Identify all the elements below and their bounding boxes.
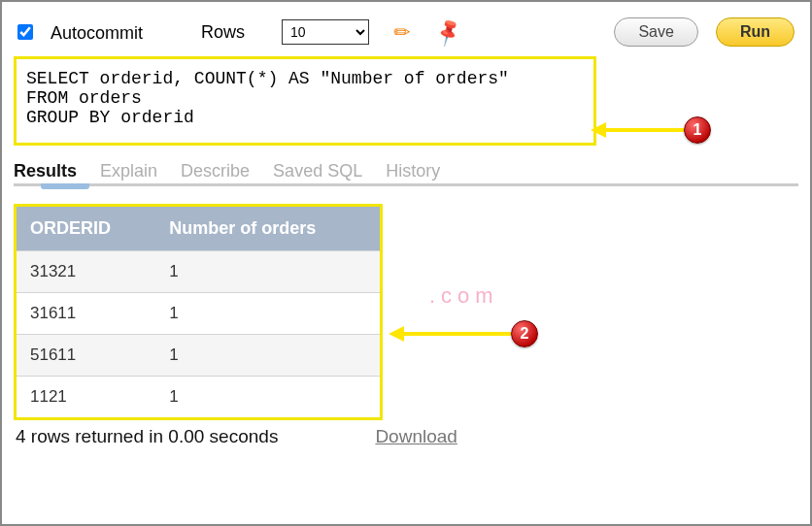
tab-explain[interactable]: Explain [100, 161, 157, 181]
table-header-row: ORDERID Number of orders [17, 207, 380, 251]
tab-history[interactable]: History [386, 161, 440, 181]
save-button[interactable]: Save [614, 17, 697, 47]
status-bar: 4 rows returned in 0.00 seconds Download [14, 420, 798, 447]
download-link[interactable]: Download [375, 426, 457, 447]
rows-select[interactable]: 10 [282, 19, 369, 45]
status-text: 4 rows returned in 0.00 seconds [16, 426, 278, 447]
sql-editor[interactable]: SELECT orderid, COUNT(*) AS "Number of o… [14, 56, 596, 146]
table-row: 313211 [17, 251, 380, 293]
rows-label: Rows [201, 22, 245, 43]
callout-1: 1 [591, 116, 711, 144]
results-table-container: ORDERID Number of orders 313211 316111 5… [14, 204, 383, 420]
tabs: Results Explain Describe Saved SQL Histo… [14, 153, 798, 186]
results-table: ORDERID Number of orders 313211 316111 5… [17, 207, 380, 417]
callout-2-bubble: 2 [511, 320, 538, 347]
tab-saved-sql[interactable]: Saved SQL [273, 161, 362, 181]
autocommit-checkbox[interactable] [17, 24, 33, 40]
col-number-of-orders: Number of orders [155, 207, 380, 251]
callout-1-bubble: 1 [684, 116, 711, 144]
tab-results[interactable]: Results [14, 161, 77, 181]
table-row: 516111 [17, 335, 380, 377]
autocommit-label: Autocommit [51, 21, 143, 44]
col-orderid: ORDERID [17, 207, 155, 251]
highlighter-icon[interactable]: ✎ [389, 18, 417, 47]
run-button[interactable]: Run [716, 17, 795, 47]
toolbar: Autocommit Rows 10 ✎ 📌 Save Run [14, 12, 798, 56]
table-row: 316111 [17, 293, 380, 335]
tab-indicator [41, 183, 89, 189]
callout-2: 2 [389, 320, 538, 347]
table-row: 11211 [17, 377, 380, 418]
pin-icon[interactable]: 📌 [432, 16, 465, 48]
tab-describe[interactable]: Describe [181, 161, 250, 181]
